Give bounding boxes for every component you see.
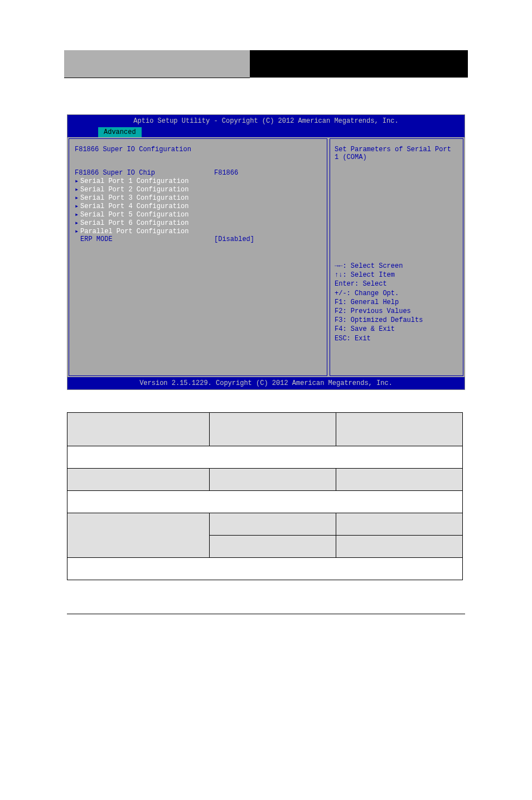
table-cell — [210, 469, 336, 491]
bios-version-bar: Version 2.15.1229. Copyright (C) 2012 Am… — [67, 377, 465, 389]
header-left-panel — [64, 50, 250, 78]
erp-value: [Disabled] — [214, 235, 254, 243]
submenu-label: Serial Port 2 Configuration — [80, 186, 188, 194]
submenu-arrow-icon: ▸ — [75, 219, 80, 227]
submenu-arrow-icon: ▸ — [75, 194, 80, 202]
key-optimized-defaults: F3: Optimized Defaults — [335, 316, 458, 325]
tab-advanced[interactable]: Advanced — [98, 127, 142, 137]
key-select-item: ↑↓: Select Item — [335, 271, 458, 279]
key-esc-exit: ESC: Exit — [335, 334, 458, 343]
erp-label: ERP MODE — [75, 235, 214, 243]
table-cell — [336, 536, 463, 558]
bios-tab-row: Advanced — [67, 127, 465, 137]
key-previous-values: F2: Previous Values — [335, 307, 458, 316]
submenu-parallel-port[interactable]: ▸ Parallel Port Configuration — [75, 227, 321, 235]
submenu-label: Serial Port 1 Configuration — [80, 177, 188, 185]
key-general-help: F1: General Help — [335, 298, 458, 307]
submenu-serial-port-1[interactable]: ▸ Serial Port 1 Configuration — [75, 177, 321, 185]
table-cell — [67, 446, 463, 469]
submenu-arrow-icon: ▸ — [75, 185, 80, 194]
table-cell — [67, 513, 210, 558]
footer-divider — [67, 614, 465, 614]
submenu-label: Serial Port 4 Configuration — [80, 203, 188, 210]
submenu-label: Serial Port 6 Configuration — [80, 219, 188, 227]
table-cell — [210, 513, 336, 536]
chip-label: F81866 Super IO Chip — [75, 169, 214, 177]
bios-setup-window: Aptio Setup Utility - Copyright (C) 2012… — [67, 114, 465, 390]
key-save-exit: F4: Save & Exit — [335, 325, 458, 334]
bios-main-panel: F81866 Super IO Configuration F81866 Sup… — [69, 138, 327, 376]
chip-value: F81866 — [214, 169, 238, 177]
section-title: F81866 Super IO Configuration — [75, 146, 321, 153]
table-cell — [67, 491, 463, 513]
options-table — [67, 412, 463, 580]
table-cell — [336, 469, 463, 491]
key-select-screen: →←: Select Screen — [335, 262, 458, 271]
submenu-serial-port-2[interactable]: ▸ Serial Port 2 Configuration — [75, 185, 321, 194]
help-text: Set Parameters of Serial Port 1 (COMA) — [335, 146, 458, 161]
submenu-arrow-icon: ▸ — [75, 227, 80, 235]
header-right-panel — [250, 50, 468, 78]
submenu-label: Parallel Port Configuration — [80, 228, 188, 235]
submenu-arrow-icon: ▸ — [75, 202, 80, 210]
submenu-serial-port-4[interactable]: ▸ Serial Port 4 Configuration — [75, 202, 321, 210]
submenu-serial-port-5[interactable]: ▸ Serial Port 5 Configuration — [75, 210, 321, 219]
table-cell — [67, 413, 210, 446]
bios-help-panel: Set Parameters of Serial Port 1 (COMA) →… — [330, 138, 463, 376]
table-cell — [67, 558, 463, 580]
submenu-label: Serial Port 5 Configuration — [80, 211, 188, 219]
submenu-label: Serial Port 3 Configuration — [80, 194, 188, 202]
key-change-opt: +/-: Change Opt. — [335, 289, 458, 298]
table-cell — [336, 413, 463, 446]
table-cell — [67, 469, 210, 491]
table-cell — [210, 413, 336, 446]
bios-title-bar: Aptio Setup Utility - Copyright (C) 2012… — [67, 115, 465, 127]
submenu-arrow-icon: ▸ — [75, 177, 80, 185]
table-cell — [336, 513, 463, 536]
submenu-arrow-icon: ▸ — [75, 210, 80, 219]
submenu-serial-port-3[interactable]: ▸ Serial Port 3 Configuration — [75, 194, 321, 202]
erp-mode-row[interactable]: ERP MODE [Disabled] — [75, 235, 321, 243]
submenu-serial-port-6[interactable]: ▸ Serial Port 6 Configuration — [75, 219, 321, 227]
table-cell — [210, 536, 336, 558]
help-keys: →←: Select Screen ↑↓: Select Item Enter:… — [335, 262, 458, 343]
key-enter: Enter: Select — [335, 279, 458, 288]
